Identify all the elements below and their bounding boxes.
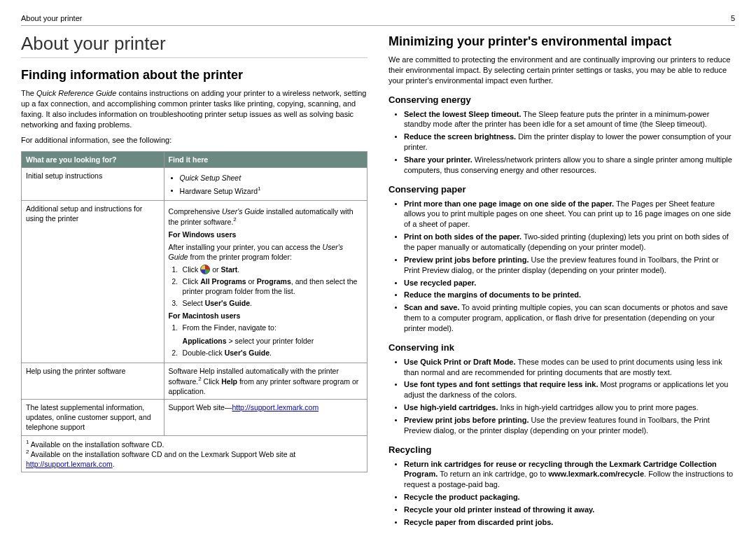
list-item: Preview print jobs before printing. Use …	[404, 255, 735, 276]
list-item: Recycle your old printer instead of thro…	[404, 505, 735, 515]
list-item: Use recycled paper.	[404, 278, 735, 288]
list-item: Click All Programs or Programs, and then…	[180, 276, 363, 296]
list-item: Use high-yield cartridges. Inks in high-…	[404, 402, 735, 413]
list-item: Share your printer. Wireless/network pri…	[404, 155, 735, 176]
list-item: Scan and save. To avoid printing multipl…	[404, 302, 735, 334]
right-column: Minimizing your printer's environmental …	[388, 30, 735, 533]
intro-paragraph: The Quick Reference Guide contains instr…	[21, 88, 368, 129]
list-item: Recycle paper from discarded print jobs.	[404, 517, 735, 528]
recycle-link-text: www.lexmark.com/recycle	[548, 470, 644, 478]
env-intro: We are committed to protecting the envir…	[388, 55, 735, 86]
table-row: The latest supplemental information, upd…	[22, 399, 368, 435]
list-item: Reduce the screen brightness. Dim the pr…	[404, 132, 735, 153]
table-row: Initial setup instructions Quick Setup S…	[22, 168, 368, 201]
list-item: Reduce the margins of documents to be pr…	[404, 290, 735, 300]
list-item: Preview print jobs before printing. Use …	[404, 415, 735, 436]
list-item: Print more than one page image on one si…	[404, 199, 735, 230]
th-looking-for: What are you looking for?	[22, 152, 164, 168]
list-item: Quick Setup Sheet	[180, 173, 363, 183]
info-table: What are you looking for? Find it here I…	[21, 151, 368, 472]
left-column: About your printer Finding information a…	[21, 30, 368, 533]
list-item: Double-click User's Guide.	[180, 348, 363, 358]
section-environmental: Minimizing your printer's environmental …	[388, 34, 735, 49]
heading-recycling: Recycling	[388, 444, 735, 455]
list-item: Select User's Guide.	[180, 298, 363, 308]
th-find-it: Find it here	[164, 152, 367, 168]
mac-users-heading: For Macintosh users	[169, 311, 363, 321]
table-row: Help using the printer software Software…	[22, 363, 368, 399]
page-header: About your printer 5	[21, 14, 735, 26]
heading-energy: Conserving energy	[388, 94, 735, 105]
list-item: Return ink cartridges for reuse or recyc…	[404, 459, 735, 491]
cell-additional-setup: Additional setup and instructions for us…	[22, 201, 164, 363]
list-item: Recycle the product packaging.	[404, 492, 735, 503]
header-left: About your printer	[21, 14, 82, 22]
cell-initial-setup: Initial setup instructions	[22, 168, 164, 201]
page-title: About your printer	[21, 33, 368, 58]
windows-icon	[200, 265, 210, 274]
list-item: Use font types and font settings that re…	[404, 379, 735, 400]
list-item: Hardware Setup Wizard1	[180, 185, 363, 196]
list-item: Use Quick Print or Draft Mode. These mod…	[404, 357, 735, 378]
cell-help: Help using the printer software	[22, 363, 164, 399]
list-item: Print on both sides of the paper. Two-si…	[404, 232, 735, 253]
section-finding-info: Finding information about the printer	[21, 68, 368, 83]
two-column-layout: About your printer Finding information a…	[21, 30, 735, 533]
support-link[interactable]: http://support.lexmark.com	[232, 403, 318, 412]
see-following: For additional information, see the foll…	[21, 135, 368, 146]
table-row-footnotes: 1 Available on the installation software…	[22, 435, 368, 472]
list-item: Select the lowest Sleep timeout. The Sle…	[404, 109, 735, 130]
list-item: Click or Start.	[180, 265, 363, 274]
guide-name: Quick Reference Guide	[36, 89, 116, 97]
page-number: 5	[731, 14, 735, 22]
list-item: From the Finder, navigate to: Applicatio…	[180, 323, 363, 345]
heading-ink: Conserving ink	[388, 342, 735, 353]
support-link-2[interactable]: http://support.lexmark.com	[26, 460, 113, 468]
table-row: Additional setup and instructions for us…	[22, 201, 368, 363]
windows-users-heading: For Windows users	[169, 230, 363, 239]
heading-paper: Conserving paper	[388, 184, 735, 195]
cell-latest-info: The latest supplemental information, upd…	[22, 399, 164, 435]
